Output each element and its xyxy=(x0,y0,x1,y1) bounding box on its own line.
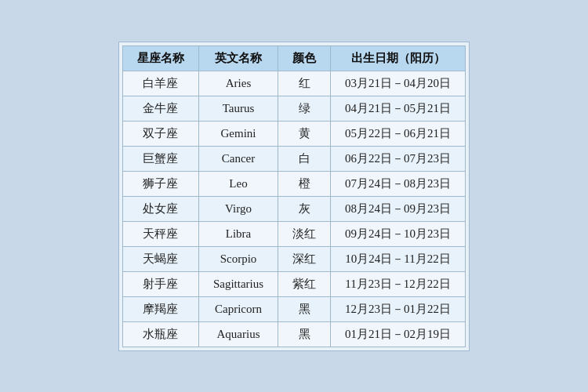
table-cell: Cancer xyxy=(198,146,278,171)
table-cell: 05月22日－06月21日 xyxy=(331,121,466,146)
table-cell: 黑 xyxy=(278,321,331,347)
table-cell: 04月21日－05月21日 xyxy=(331,96,466,121)
table-cell: 红 xyxy=(278,71,331,96)
table-cell: Gemini xyxy=(198,121,278,146)
table-header-row: 星座名称英文名称颜色出生日期（阳历） xyxy=(122,45,465,71)
table-cell: 灰 xyxy=(278,196,331,221)
table-cell: 紫红 xyxy=(278,271,331,296)
table-cell: Aries xyxy=(198,71,278,96)
table-row: 水瓶座Aquarius黑01月21日－02月19日 xyxy=(122,321,465,347)
table-cell: Libra xyxy=(198,221,278,246)
table-cell: 天蝎座 xyxy=(122,246,198,271)
table-cell: Capricorn xyxy=(198,296,278,321)
table-cell: 摩羯座 xyxy=(122,296,198,321)
table-header-cell: 星座名称 xyxy=(122,45,198,71)
table-row: 天蝎座Scorpio深红10月24日－11月22日 xyxy=(122,246,465,271)
table-cell: 07月24日－08月23日 xyxy=(331,171,466,196)
table-cell: Virgo xyxy=(198,196,278,221)
zodiac-table: 星座名称英文名称颜色出生日期（阳历） 白羊座Aries红03月21日－04月20… xyxy=(122,45,466,347)
table-row: 处女座Virgo灰08月24日－09月23日 xyxy=(122,196,465,221)
table-cell: 01月21日－02月19日 xyxy=(331,321,466,347)
table-row: 金牛座Taurus绿04月21日－05月21日 xyxy=(122,96,465,121)
table-cell: 黄 xyxy=(278,121,331,146)
table-cell: 黑 xyxy=(278,296,331,321)
table-cell: 橙 xyxy=(278,171,331,196)
table-cell: 射手座 xyxy=(122,271,198,296)
table-cell: 处女座 xyxy=(122,196,198,221)
table-cell: 绿 xyxy=(278,96,331,121)
table-row: 白羊座Aries红03月21日－04月20日 xyxy=(122,71,465,96)
table-row: 巨蟹座Cancer白06月22日－07月23日 xyxy=(122,146,465,171)
table-cell: 12月23日－01月22日 xyxy=(331,296,466,321)
table-row: 天秤座Libra淡红09月24日－10月23日 xyxy=(122,221,465,246)
table-cell: 狮子座 xyxy=(122,171,198,196)
table-cell: 巨蟹座 xyxy=(122,146,198,171)
table-header-cell: 颜色 xyxy=(278,45,331,71)
table-cell: 双子座 xyxy=(122,121,198,146)
table-row: 射手座Sagittarius紫红11月23日－12月22日 xyxy=(122,271,465,296)
table-cell: 金牛座 xyxy=(122,96,198,121)
table-cell: 10月24日－11月22日 xyxy=(331,246,466,271)
table-cell: Aquarius xyxy=(198,321,278,347)
table-cell: 天秤座 xyxy=(122,221,198,246)
table-cell: 淡红 xyxy=(278,221,331,246)
table-cell: 水瓶座 xyxy=(122,321,198,347)
table-header-cell: 英文名称 xyxy=(198,45,278,71)
table-cell: 08月24日－09月23日 xyxy=(331,196,466,221)
table-header-cell: 出生日期（阳历） xyxy=(331,45,466,71)
table-cell: Sagittarius xyxy=(198,271,278,296)
table-cell: Scorpio xyxy=(198,246,278,271)
table-row: 狮子座Leo橙07月24日－08月23日 xyxy=(122,171,465,196)
table-row: 双子座Gemini黄05月22日－06月21日 xyxy=(122,121,465,146)
zodiac-table-wrapper: 星座名称英文名称颜色出生日期（阳历） 白羊座Aries红03月21日－04月20… xyxy=(118,42,470,351)
table-body: 白羊座Aries红03月21日－04月20日金牛座Taurus绿04月21日－0… xyxy=(122,71,465,347)
table-cell: 03月21日－04月20日 xyxy=(331,71,466,96)
table-cell: 白 xyxy=(278,146,331,171)
table-cell: 11月23日－12月22日 xyxy=(331,271,466,296)
table-cell: 06月22日－07月23日 xyxy=(331,146,466,171)
table-cell: 09月24日－10月23日 xyxy=(331,221,466,246)
table-cell: 深红 xyxy=(278,246,331,271)
table-cell: 白羊座 xyxy=(122,71,198,96)
table-cell: Taurus xyxy=(198,96,278,121)
table-row: 摩羯座Capricorn黑12月23日－01月22日 xyxy=(122,296,465,321)
table-cell: Leo xyxy=(198,171,278,196)
